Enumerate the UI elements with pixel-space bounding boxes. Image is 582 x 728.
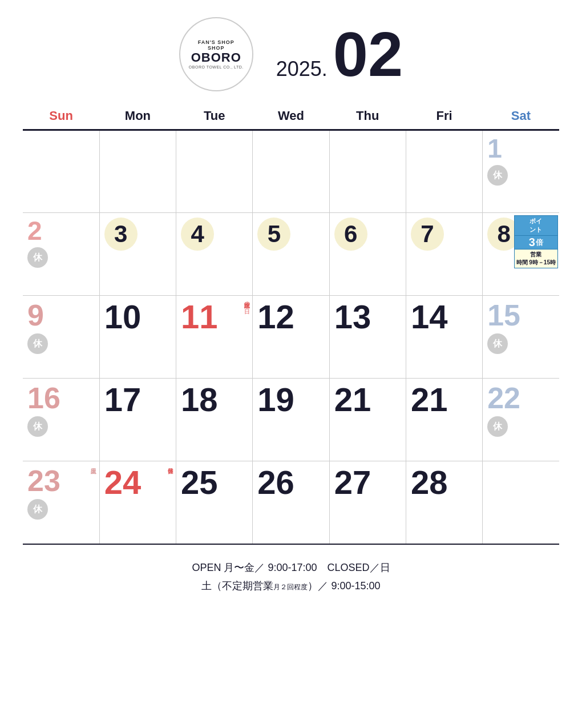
cell-feb-26: 26 bbox=[253, 461, 329, 544]
day-21: 21 bbox=[411, 383, 448, 416]
day-3: 3 bbox=[114, 222, 127, 246]
footer-line2: 土（不定期営業月２回程度）／ 9:00-15:00 bbox=[192, 577, 390, 595]
day-20: 21 bbox=[334, 383, 371, 416]
cell-empty-4 bbox=[253, 130, 329, 213]
cell-empty-5 bbox=[329, 130, 406, 213]
day-circle-4: 4 bbox=[181, 218, 214, 251]
logo-fans-text: FAN'S SHOP bbox=[198, 39, 235, 45]
rest-badge-2: 休 bbox=[27, 247, 48, 268]
day-18: 18 bbox=[181, 383, 218, 416]
rest-badge-16: 休 bbox=[27, 416, 48, 437]
cell-feb-11: 11 建国記念の日 bbox=[176, 296, 253, 379]
day-13: 13 bbox=[334, 300, 371, 333]
sat-hours: 土（不定期営業月２回程度）／ 9:00-15:00 bbox=[201, 580, 380, 592]
header-tue: Tue bbox=[176, 103, 253, 130]
weekday-header-row: Sun Mon Tue Wed Thu Fri Sat bbox=[23, 103, 559, 130]
cell-feb-18: 18 bbox=[176, 379, 253, 461]
cell-feb-14: 14 bbox=[406, 296, 482, 379]
cell-feb-1: 1 休 bbox=[483, 130, 559, 213]
header-sat: Sat bbox=[483, 103, 559, 130]
month-title: 2025. 02 bbox=[276, 23, 403, 86]
week-row-3: 9 休 10 11 建国記念の日 12 bbox=[23, 296, 559, 379]
cell-empty-1 bbox=[23, 130, 99, 213]
cell-feb-10: 10 bbox=[99, 296, 176, 379]
hours-badge: 営業時間 9時－15時 bbox=[514, 250, 558, 268]
day-2: 2 bbox=[27, 218, 42, 244]
rest-badge-15: 休 bbox=[487, 333, 508, 354]
points-value: 3倍 bbox=[514, 236, 558, 250]
cell-feb-6: 6 bbox=[329, 213, 406, 296]
day-7: 7 bbox=[421, 222, 434, 246]
day-14: 14 bbox=[411, 300, 448, 333]
cell-feb-27: 27 bbox=[329, 461, 406, 544]
logo-sub-text: OBORO TOWEL CO., LTD. bbox=[189, 65, 244, 69]
day-circle-3: 3 bbox=[104, 218, 138, 251]
cell-feb-23: 23 休 天皇誕生日 bbox=[23, 461, 99, 544]
cell-feb-7: 7 bbox=[406, 213, 482, 296]
points-label: ポイント bbox=[514, 215, 558, 236]
rest-badge-23: 休 bbox=[27, 499, 48, 520]
day-circle-6: 6 bbox=[334, 218, 367, 251]
cell-feb-21: 21 bbox=[406, 379, 482, 461]
cell-feb-2: 2 休 bbox=[23, 213, 99, 296]
day-26: 26 bbox=[257, 466, 294, 499]
day-16: 16 bbox=[27, 383, 60, 413]
day-28: 28 bbox=[411, 466, 448, 499]
cell-feb-16: 16 休 bbox=[23, 379, 99, 461]
cell-feb-17: 17 bbox=[99, 379, 176, 461]
cell-empty-3 bbox=[176, 130, 253, 213]
day-6: 6 bbox=[344, 222, 357, 246]
calendar: Sun Mon Tue Wed Thu Fri Sat 1 bbox=[23, 103, 559, 545]
cell-empty-2 bbox=[99, 130, 176, 213]
logo: FAN'S SHOP SHOP OBORO OBORO TOWEL CO., L… bbox=[179, 17, 253, 91]
day-9: 9 bbox=[27, 300, 44, 330]
calendar-table: Sun Mon Tue Wed Thu Fri Sat 1 bbox=[23, 103, 559, 545]
footer-line1: OPEN 月〜金／ 9:00-17:00 CLOSED／日 bbox=[192, 558, 390, 577]
cell-feb-4: 4 bbox=[176, 213, 253, 296]
points-badge-8: ポイント 3倍 営業時間 9時－15時 bbox=[514, 215, 558, 268]
day-15: 15 bbox=[487, 300, 520, 330]
day-27: 27 bbox=[334, 466, 371, 499]
rest-badge-1: 休 bbox=[487, 165, 508, 186]
cell-feb-19: 19 bbox=[253, 379, 329, 461]
cell-empty-end bbox=[483, 461, 559, 544]
day-circle-7: 7 bbox=[411, 218, 444, 251]
day-19: 19 bbox=[257, 383, 294, 416]
cell-feb-9: 9 休 bbox=[23, 296, 99, 379]
day-23: 23 bbox=[27, 466, 60, 496]
cell-feb-13: 13 bbox=[329, 296, 406, 379]
rest-badge-9: 休 bbox=[27, 333, 48, 354]
day-1: 1 bbox=[487, 135, 502, 162]
week-row-5: 23 休 天皇誕生日 24 振替休日 25 bbox=[23, 461, 559, 544]
header-mon: Mon bbox=[99, 103, 176, 130]
cell-feb-20: 21 bbox=[329, 379, 406, 461]
day-5: 5 bbox=[268, 222, 281, 246]
open-hours: OPEN 月〜金／ 9:00-17:00 CLOSED／日 bbox=[192, 562, 390, 573]
header-wed: Wed bbox=[253, 103, 329, 130]
cell-feb-8: 8 ポイント 3倍 営業時間 9時－15時 bbox=[483, 213, 559, 296]
day-24: 24 bbox=[104, 466, 142, 499]
week-row-1: 1 休 bbox=[23, 130, 559, 213]
day-25: 25 bbox=[181, 466, 218, 499]
header-thu: Thu bbox=[329, 103, 406, 130]
day-12: 12 bbox=[257, 300, 294, 333]
week-row-4: 16 休 17 18 19 bbox=[23, 379, 559, 461]
week-row-2: 2 休 3 4 bbox=[23, 213, 559, 296]
rest-badge-22: 休 bbox=[487, 416, 508, 437]
cell-feb-24: 24 振替休日 bbox=[99, 461, 176, 544]
cell-feb-22: 22 休 bbox=[483, 379, 559, 461]
day-10: 10 bbox=[104, 300, 142, 333]
day-8: 8 bbox=[498, 222, 511, 246]
month-number: 02 bbox=[333, 23, 403, 86]
holiday-kenkoku: 建国記念の日 bbox=[243, 298, 250, 304]
header-sun: Sun bbox=[23, 103, 99, 130]
cell-feb-28: 28 bbox=[406, 461, 482, 544]
cell-feb-5: 5 bbox=[253, 213, 329, 296]
cell-feb-25: 25 bbox=[176, 461, 253, 544]
page-header: FAN'S SHOP SHOP OBORO OBORO TOWEL CO., L… bbox=[23, 17, 559, 91]
header-fri: Fri bbox=[406, 103, 482, 130]
footer: OPEN 月〜金／ 9:00-17:00 CLOSED／日 土（不定期営業月２回… bbox=[192, 558, 390, 596]
cell-empty-6 bbox=[406, 130, 482, 213]
day-circle-5: 5 bbox=[257, 218, 290, 251]
year-text: 2025. bbox=[276, 57, 328, 81]
